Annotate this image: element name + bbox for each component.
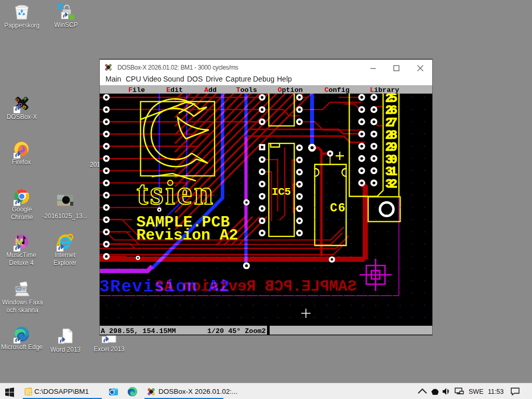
svg-text:11:53: 11:53 [488,388,503,395]
svg-text:Library: Library [370,86,399,94]
svg-text:Add: Add [204,86,217,94]
svg-text:SWE: SWE [469,388,483,395]
svg-text:Edit: Edit [166,86,183,94]
svg-text:Option: Option [278,86,303,94]
svg-text:1/20 45° Zoom2: 1/20 45° Zoom2 [207,327,266,335]
svg-text:DOSBox-X 2026.01.02:...: DOSBox-X 2026.01.02:... [158,388,237,395]
svg-text:Config: Config [325,86,350,94]
svg-text:File: File [128,86,145,94]
svg-text:A 298.55, 154.15MM: A 298.55, 154.15MM [101,327,176,335]
svg-text:C:\DOSAPP\BM1: C:\DOSAPP\BM1 [34,388,89,395]
svg-text:Tools: Tools [236,86,257,94]
